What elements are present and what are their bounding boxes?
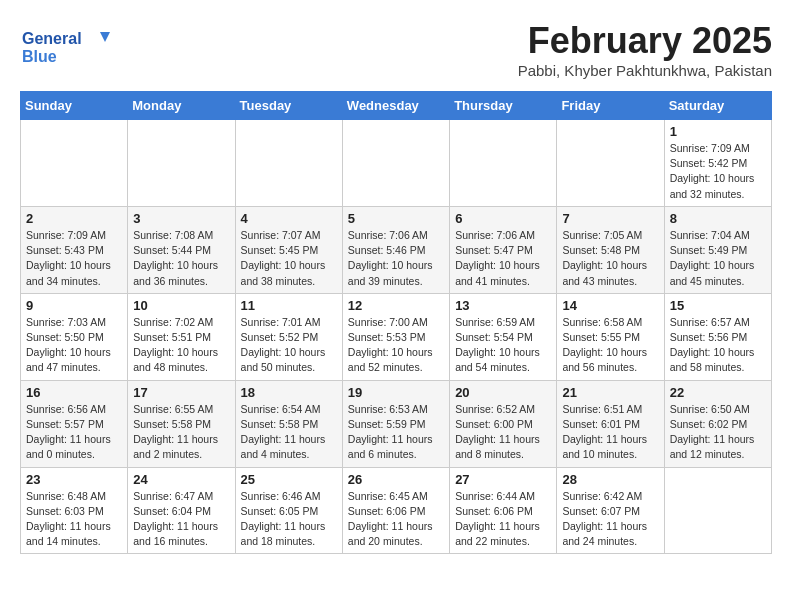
day-number: 9 <box>26 298 122 313</box>
day-info: Sunrise: 6:44 AM Sunset: 6:06 PM Dayligh… <box>455 489 551 550</box>
day-info: Sunrise: 7:05 AM Sunset: 5:48 PM Dayligh… <box>562 228 658 289</box>
calendar-cell: 7Sunrise: 7:05 AM Sunset: 5:48 PM Daylig… <box>557 206 664 293</box>
calendar-cell: 27Sunrise: 6:44 AM Sunset: 6:06 PM Dayli… <box>450 467 557 554</box>
day-info: Sunrise: 6:53 AM Sunset: 5:59 PM Dayligh… <box>348 402 444 463</box>
day-info: Sunrise: 7:08 AM Sunset: 5:44 PM Dayligh… <box>133 228 229 289</box>
weekday-header-wednesday: Wednesday <box>342 92 449 120</box>
day-info: Sunrise: 6:55 AM Sunset: 5:58 PM Dayligh… <box>133 402 229 463</box>
calendar-cell: 19Sunrise: 6:53 AM Sunset: 5:59 PM Dayli… <box>342 380 449 467</box>
calendar-cell: 10Sunrise: 7:02 AM Sunset: 5:51 PM Dayli… <box>128 293 235 380</box>
calendar-week-4: 16Sunrise: 6:56 AM Sunset: 5:57 PM Dayli… <box>21 380 772 467</box>
calendar-cell: 1Sunrise: 7:09 AM Sunset: 5:42 PM Daylig… <box>664 120 771 207</box>
calendar-cell: 4Sunrise: 7:07 AM Sunset: 5:45 PM Daylig… <box>235 206 342 293</box>
day-info: Sunrise: 6:46 AM Sunset: 6:05 PM Dayligh… <box>241 489 337 550</box>
calendar-cell <box>557 120 664 207</box>
day-number: 28 <box>562 472 658 487</box>
day-number: 22 <box>670 385 766 400</box>
svg-text:Blue: Blue <box>22 48 57 65</box>
calendar-cell: 14Sunrise: 6:58 AM Sunset: 5:55 PM Dayli… <box>557 293 664 380</box>
calendar-cell: 16Sunrise: 6:56 AM Sunset: 5:57 PM Dayli… <box>21 380 128 467</box>
day-number: 16 <box>26 385 122 400</box>
weekday-header-monday: Monday <box>128 92 235 120</box>
weekday-header-tuesday: Tuesday <box>235 92 342 120</box>
day-number: 20 <box>455 385 551 400</box>
day-number: 1 <box>670 124 766 139</box>
weekday-header-sunday: Sunday <box>21 92 128 120</box>
calendar-cell: 20Sunrise: 6:52 AM Sunset: 6:00 PM Dayli… <box>450 380 557 467</box>
calendar-cell: 22Sunrise: 6:50 AM Sunset: 6:02 PM Dayli… <box>664 380 771 467</box>
day-number: 4 <box>241 211 337 226</box>
calendar-cell <box>21 120 128 207</box>
calendar-cell: 3Sunrise: 7:08 AM Sunset: 5:44 PM Daylig… <box>128 206 235 293</box>
weekday-header-friday: Friday <box>557 92 664 120</box>
day-number: 25 <box>241 472 337 487</box>
day-number: 7 <box>562 211 658 226</box>
day-info: Sunrise: 6:54 AM Sunset: 5:58 PM Dayligh… <box>241 402 337 463</box>
day-number: 26 <box>348 472 444 487</box>
day-info: Sunrise: 7:00 AM Sunset: 5:53 PM Dayligh… <box>348 315 444 376</box>
calendar-cell: 9Sunrise: 7:03 AM Sunset: 5:50 PM Daylig… <box>21 293 128 380</box>
day-number: 14 <box>562 298 658 313</box>
day-number: 11 <box>241 298 337 313</box>
calendar-cell: 11Sunrise: 7:01 AM Sunset: 5:52 PM Dayli… <box>235 293 342 380</box>
day-number: 21 <box>562 385 658 400</box>
day-number: 13 <box>455 298 551 313</box>
calendar-cell: 17Sunrise: 6:55 AM Sunset: 5:58 PM Dayli… <box>128 380 235 467</box>
day-info: Sunrise: 6:42 AM Sunset: 6:07 PM Dayligh… <box>562 489 658 550</box>
logo-svg: General Blue <box>20 24 110 68</box>
calendar-cell: 12Sunrise: 7:00 AM Sunset: 5:53 PM Dayli… <box>342 293 449 380</box>
calendar-cell: 23Sunrise: 6:48 AM Sunset: 6:03 PM Dayli… <box>21 467 128 554</box>
day-info: Sunrise: 6:57 AM Sunset: 5:56 PM Dayligh… <box>670 315 766 376</box>
day-info: Sunrise: 7:01 AM Sunset: 5:52 PM Dayligh… <box>241 315 337 376</box>
day-info: Sunrise: 6:45 AM Sunset: 6:06 PM Dayligh… <box>348 489 444 550</box>
day-info: Sunrise: 7:09 AM Sunset: 5:42 PM Dayligh… <box>670 141 766 202</box>
calendar-cell <box>450 120 557 207</box>
calendar-week-2: 2Sunrise: 7:09 AM Sunset: 5:43 PM Daylig… <box>21 206 772 293</box>
calendar-cell: 24Sunrise: 6:47 AM Sunset: 6:04 PM Dayli… <box>128 467 235 554</box>
svg-text:General: General <box>22 30 82 47</box>
calendar-table: SundayMondayTuesdayWednesdayThursdayFrid… <box>20 91 772 554</box>
calendar-cell <box>235 120 342 207</box>
day-info: Sunrise: 6:50 AM Sunset: 6:02 PM Dayligh… <box>670 402 766 463</box>
day-number: 3 <box>133 211 229 226</box>
day-info: Sunrise: 7:07 AM Sunset: 5:45 PM Dayligh… <box>241 228 337 289</box>
calendar-cell: 15Sunrise: 6:57 AM Sunset: 5:56 PM Dayli… <box>664 293 771 380</box>
day-number: 15 <box>670 298 766 313</box>
calendar-header: February 2025 Pabbi, Khyber Pakhtunkhwa,… <box>20 20 772 79</box>
day-number: 6 <box>455 211 551 226</box>
calendar-cell <box>128 120 235 207</box>
day-number: 17 <box>133 385 229 400</box>
day-info: Sunrise: 7:09 AM Sunset: 5:43 PM Dayligh… <box>26 228 122 289</box>
day-info: Sunrise: 7:02 AM Sunset: 5:51 PM Dayligh… <box>133 315 229 376</box>
calendar-cell <box>342 120 449 207</box>
calendar-cell: 28Sunrise: 6:42 AM Sunset: 6:07 PM Dayli… <box>557 467 664 554</box>
day-info: Sunrise: 6:56 AM Sunset: 5:57 PM Dayligh… <box>26 402 122 463</box>
day-number: 12 <box>348 298 444 313</box>
day-info: Sunrise: 7:06 AM Sunset: 5:47 PM Dayligh… <box>455 228 551 289</box>
calendar-cell: 8Sunrise: 7:04 AM Sunset: 5:49 PM Daylig… <box>664 206 771 293</box>
day-info: Sunrise: 6:58 AM Sunset: 5:55 PM Dayligh… <box>562 315 658 376</box>
calendar-week-5: 23Sunrise: 6:48 AM Sunset: 6:03 PM Dayli… <box>21 467 772 554</box>
svg-marker-1 <box>100 32 110 42</box>
calendar-cell: 25Sunrise: 6:46 AM Sunset: 6:05 PM Dayli… <box>235 467 342 554</box>
calendar-cell: 2Sunrise: 7:09 AM Sunset: 5:43 PM Daylig… <box>21 206 128 293</box>
day-info: Sunrise: 6:48 AM Sunset: 6:03 PM Dayligh… <box>26 489 122 550</box>
weekday-header-saturday: Saturday <box>664 92 771 120</box>
day-number: 24 <box>133 472 229 487</box>
calendar-week-1: 1Sunrise: 7:09 AM Sunset: 5:42 PM Daylig… <box>21 120 772 207</box>
day-info: Sunrise: 7:06 AM Sunset: 5:46 PM Dayligh… <box>348 228 444 289</box>
calendar-cell: 13Sunrise: 6:59 AM Sunset: 5:54 PM Dayli… <box>450 293 557 380</box>
calendar-cell: 21Sunrise: 6:51 AM Sunset: 6:01 PM Dayli… <box>557 380 664 467</box>
day-number: 19 <box>348 385 444 400</box>
day-number: 18 <box>241 385 337 400</box>
calendar-week-3: 9Sunrise: 7:03 AM Sunset: 5:50 PM Daylig… <box>21 293 772 380</box>
day-number: 8 <box>670 211 766 226</box>
month-year-title: February 2025 <box>20 20 772 62</box>
day-number: 2 <box>26 211 122 226</box>
day-info: Sunrise: 7:04 AM Sunset: 5:49 PM Dayligh… <box>670 228 766 289</box>
day-info: Sunrise: 7:03 AM Sunset: 5:50 PM Dayligh… <box>26 315 122 376</box>
day-number: 27 <box>455 472 551 487</box>
day-number: 10 <box>133 298 229 313</box>
day-info: Sunrise: 6:47 AM Sunset: 6:04 PM Dayligh… <box>133 489 229 550</box>
day-info: Sunrise: 6:59 AM Sunset: 5:54 PM Dayligh… <box>455 315 551 376</box>
